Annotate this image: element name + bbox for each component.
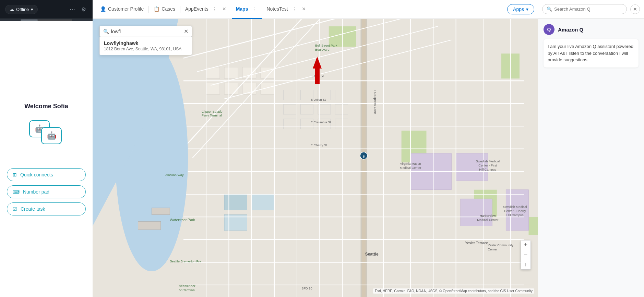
map-search-box: 🔍 ✕ Lowflyinghawk 1812 Boren Ave, Seattl… [99, 26, 192, 55]
tabs-bar: 👤 Customer Profile 📋 Cases AppEvents ⋮ ✕… [93, 0, 538, 19]
svg-rect-24 [335, 104, 348, 114]
offline-status-button[interactable]: ☁ Offline ▾ [5, 5, 38, 14]
svg-text:Medical Center: Medical Center [477, 218, 498, 222]
notestest-more-icon[interactable]: ⋮ [290, 5, 298, 13]
face-icon-2: 🤖 [47, 131, 56, 140]
tab-separator-1 [148, 6, 149, 13]
apps-button[interactable]: Apps ▾ [507, 4, 534, 14]
tab-cases[interactable]: 📋 Cases [150, 0, 179, 19]
svg-text:Seattle: Seattle [365, 252, 379, 257]
svg-text:Medical Center: Medical Center [400, 166, 421, 170]
tab-appevents-label: AppEvents [185, 6, 208, 12]
map-search-input-wrapper: 🔍 ✕ [99, 26, 192, 37]
sidebar-buttons: ⊞ Quick connects ⌨ Number pad ☑ Create t… [7, 168, 86, 215]
apps-label: Apps [513, 7, 524, 12]
zoom-out-button[interactable]: − [521, 250, 530, 260]
settings-icon[interactable]: ⚙ [80, 5, 87, 14]
search-result-address: 1812 Boren Ave, Seattle, WA, 98101, USA [104, 47, 188, 51]
more-options-icon[interactable]: ⋯ [68, 5, 76, 14]
tab-appevents[interactable]: AppEvents ⋮ ✕ [181, 0, 232, 19]
amazon-q-search-input[interactable] [554, 7, 622, 12]
amazon-q-icon: Q [544, 24, 554, 35]
amazon-q-header: Q Amazon Q [544, 24, 639, 35]
svg-text:Center: Center [488, 248, 497, 251]
search-icon: 🔍 [547, 7, 552, 12]
svg-text:SFD 10: SFD 10 [301, 287, 312, 290]
tab-cases-label: Cases [162, 6, 175, 12]
svg-text:Harborview: Harborview [480, 214, 496, 218]
right-panel-close-button[interactable]: ✕ [630, 4, 640, 14]
svg-text:Hill Campus: Hill Campus [479, 168, 496, 171]
svg-rect-67 [152, 208, 170, 215]
svg-text:E Cherry St: E Cherry St [311, 144, 327, 147]
offline-label: Offline [16, 7, 29, 12]
svg-text:Ferry Terminal: Ferry Terminal [202, 114, 222, 117]
map-container[interactable]: E Pine St E Union St E Columbia St E Che… [93, 19, 538, 297]
svg-rect-6 [529, 217, 538, 235]
tab-notestest[interactable]: NotesTest ⋮ ✕ [262, 0, 311, 19]
svg-text:Swedish Medical: Swedish Medical [476, 160, 500, 163]
main-area: 👤 Customer Profile 📋 Cases AppEvents ⋮ ✕… [93, 0, 538, 297]
svg-text:Swedish Medical: Swedish Medical [503, 205, 527, 209]
tab-customer-profile[interactable]: 👤 Customer Profile [96, 0, 148, 19]
svg-rect-34 [252, 194, 274, 210]
chat-bubble-2: 🤖 [41, 127, 62, 144]
map-zoom-controls: + − ↑ [521, 240, 531, 270]
svg-rect-25 [283, 119, 296, 129]
zoom-in-button[interactable]: + [521, 240, 530, 250]
number-pad-icon: ⌨ [13, 189, 20, 195]
svg-text:50 Terminal: 50 Terminal [179, 288, 195, 292]
svg-text:E Columbia St: E Columbia St [311, 121, 331, 124]
tab-separator-2 [180, 6, 180, 13]
header-icons: ⋯ ⚙ [68, 5, 87, 14]
amazon-q-name: Amazon Q [558, 27, 583, 33]
amazon-q-message: I am your live Amazon Q assistant powere… [544, 39, 639, 67]
svg-rect-12 [261, 67, 274, 78]
appevents-close-icon[interactable]: ✕ [221, 6, 228, 12]
tab-maps[interactable]: Maps ⋮ [232, 0, 263, 19]
svg-text:Seattle Bremerton Fry: Seattle Bremerton Fry [170, 260, 201, 263]
svg-text:Seattle/Pier: Seattle/Pier [179, 284, 195, 288]
chat-bubbles-illustration: 🤖 🤖 [29, 120, 63, 148]
svg-text:Clipper Seattle: Clipper Seattle [202, 110, 223, 113]
appevents-more-icon[interactable]: ⋮ [211, 5, 219, 13]
create-task-button[interactable]: ☑ Create task [7, 202, 86, 215]
quick-connects-button[interactable]: ⊞ Quick connects [7, 168, 86, 181]
svg-text:Alaskan Way: Alaskan Way [165, 173, 184, 177]
svg-text:Virginia Mason: Virginia Mason [400, 162, 421, 165]
svg-text:Boulevard: Boulevard [315, 48, 330, 51]
tab-notestest-label: NotesTest [266, 6, 288, 12]
svg-text:Yesler Terrace: Yesler Terrace [465, 241, 488, 245]
svg-rect-17 [283, 90, 296, 100]
svg-text:Hill Campus: Hill Campus [506, 213, 524, 217]
notestest-close-icon[interactable]: ✕ [300, 6, 307, 12]
svg-rect-22 [301, 104, 313, 114]
map-background: E Pine St E Union St E Columbia St E Che… [93, 19, 538, 297]
compass-button[interactable]: ↑ [521, 260, 530, 269]
scrollbar-thumb [21, 20, 38, 21]
dropdown-arrow-icon: ▾ [31, 7, 33, 12]
svg-text:Bell Street Park: Bell Street Park [315, 44, 337, 48]
amazon-q-icon-letter: Q [547, 27, 551, 32]
quick-connects-icon: ⊞ [13, 172, 17, 177]
chat-icon-container: 🤖 🤖 [29, 120, 63, 148]
svg-rect-10 [224, 67, 238, 78]
svg-rect-21 [283, 104, 296, 114]
left-sidebar: ☁ Offline ▾ ⋯ ⚙ Welcome Sofia 🤖 🤖 [0, 0, 93, 297]
user-icon: 👤 [100, 6, 106, 12]
tab-maps-label: Maps [236, 6, 248, 12]
maps-more-icon[interactable]: ⋮ [250, 5, 258, 13]
search-clear-button[interactable]: ✕ [184, 28, 188, 35]
create-task-icon: ☑ [13, 206, 17, 212]
number-pad-button[interactable]: ⌨ Number pad [7, 185, 86, 198]
svg-text:5: 5 [363, 155, 365, 158]
amazon-q-section: Q Amazon Q I am your live Amazon Q assis… [538, 18, 644, 73]
svg-rect-20 [335, 90, 348, 100]
right-panel-header: 🔍 ✕ [538, 0, 644, 18]
map-search-input[interactable] [111, 29, 182, 34]
map-search-icon: 🔍 [103, 29, 109, 34]
sidebar-content: Welcome Sofia 🤖 🤖 ⊞ Quick connects ⌨ Num… [0, 21, 93, 297]
svg-text:Yesler Community: Yesler Community [488, 244, 513, 247]
welcome-message: Welcome Sofia [24, 103, 68, 110]
tab-customer-profile-label: Customer Profile [108, 6, 144, 12]
